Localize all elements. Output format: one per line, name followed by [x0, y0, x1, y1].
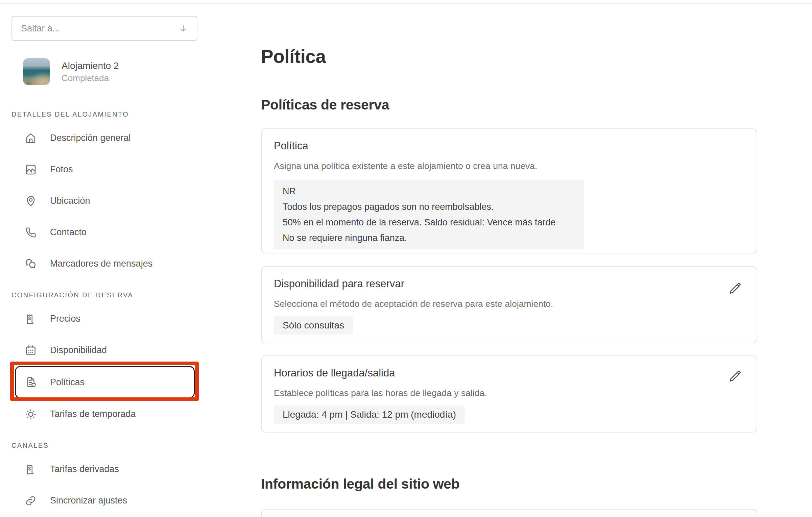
sidebar-item-contacto[interactable]: Contacto	[11, 217, 197, 248]
pencil-icon	[727, 280, 743, 296]
card-title: Disponibilidad para reservar	[274, 277, 716, 291]
home-icon	[24, 132, 37, 145]
policy-card: Política Asigna una política existente a…	[261, 128, 757, 253]
arrow-down-icon	[178, 23, 189, 34]
sidebar-item-label: Marcadores de mensajes	[50, 258, 152, 269]
legal-card-partial	[261, 509, 757, 517]
chat-bubbles-icon	[24, 257, 37, 270]
sidebar-item-marcadores-de-mensajes[interactable]: Marcadores de mensajes	[11, 248, 197, 279]
sidebar-item-fotos[interactable]: Fotos	[11, 154, 197, 185]
sidebar-item-label: Contacto	[50, 227, 87, 238]
policy-line: 50% en el momento de la reserva. Saldo r…	[283, 215, 575, 230]
section-title-booking: Políticas de reserva	[261, 97, 757, 113]
sidebar-item-tarifas-derivadas[interactable]: $ Tarifas derivadas	[11, 453, 197, 485]
sidebar-nav-canales: $ Tarifas derivadas Sincronizar ajustes	[11, 453, 197, 516]
card-title: Horarios de llegada/salida	[274, 366, 716, 380]
link-icon	[24, 494, 37, 507]
policy-summary: NR Todos los prepagos pagados son no ree…	[274, 180, 584, 249]
document-shield-icon	[24, 376, 37, 389]
property-card[interactable]: Alojamiento 2 Completada	[23, 58, 197, 85]
jump-to-placeholder: Saltar a...	[21, 23, 60, 34]
phone-icon	[24, 226, 37, 239]
photo-icon	[24, 163, 37, 176]
sidebar-item-label: Disponibilidad	[50, 345, 107, 355]
edit-button[interactable]	[727, 280, 743, 296]
sidebar: Saltar a... Alojamiento 2 Completada DET…	[11, 16, 197, 516]
jump-to-select[interactable]: Saltar a...	[11, 16, 197, 41]
sidebar-item-label: Precios	[50, 314, 80, 324]
sidebar-item-label: Tarifas de temporada	[50, 409, 136, 419]
property-thumbnail	[23, 58, 50, 85]
svg-text:$: $	[28, 466, 31, 471]
sun-icon	[24, 408, 37, 421]
checkin-checkout-value-chip: Llegada: 4 pm | Salida: 12 pm (mediodía)	[274, 405, 465, 424]
sidebar-item-label: Descripción general	[50, 133, 131, 143]
section-header-configuracion: CONFIGURACIÓN DE RESERVA	[11, 291, 197, 299]
card-title: Política	[274, 139, 716, 153]
policy-line: NR	[283, 183, 575, 199]
sidebar-item-label: Ubicación	[50, 196, 90, 206]
svg-text:$: $	[28, 315, 31, 321]
highlight-annotation	[10, 362, 199, 401]
sidebar-item-ubicacion[interactable]: Ubicación	[11, 185, 197, 217]
availability-card: Disponibilidad para reservar Selecciona …	[261, 266, 757, 343]
sidebar-item-politicas[interactable]: Políticas	[15, 366, 195, 398]
receipt-icon: $	[24, 313, 37, 325]
sidebar-nav-configuracion: $ Precios Disponibilidad	[11, 303, 197, 430]
sidebar-item-label: Tarifas derivadas	[50, 464, 119, 474]
checkin-checkout-card: Horarios de llegada/salida Establece pol…	[261, 355, 757, 433]
property-info: Alojamiento 2 Completada	[62, 60, 119, 83]
section-header-detalles: DETALLES DEL ALOJAMIENTO	[11, 110, 197, 119]
calendar-icon	[24, 344, 37, 357]
sidebar-item-label: Fotos	[50, 164, 73, 175]
sidebar-item-tarifas-de-temporada[interactable]: Tarifas de temporada	[11, 398, 197, 430]
sidebar-item-sincronizar-ajustes[interactable]: Sincronizar ajustes	[11, 485, 197, 516]
policy-line: Todos los prepagos pagados son no reembo…	[283, 199, 575, 215]
page-title: Política	[261, 46, 757, 67]
receipt-icon: $	[24, 463, 37, 476]
policy-line: No se requiere ninguna fianza.	[283, 230, 575, 246]
sidebar-nav-detalles: Descripción general Fotos	[11, 122, 197, 279]
location-pin-icon	[24, 195, 37, 207]
pencil-icon	[727, 368, 743, 384]
sidebar-item-precios[interactable]: $ Precios	[11, 303, 197, 335]
sidebar-item-label: Sincronizar ajustes	[50, 495, 127, 506]
availability-value-chip: Sólo consultas	[274, 316, 353, 335]
sidebar-item-label: Políticas	[50, 377, 85, 388]
sidebar-item-descripcion-general[interactable]: Descripción general	[11, 122, 197, 154]
card-description: Selecciona el método de aceptación de re…	[274, 298, 716, 310]
card-description: Establece políticas para las horas de ll…	[274, 387, 716, 399]
main-content: Política Políticas de reserva Política A…	[261, 0, 757, 517]
section-title-legal: Información legal del sitio web	[261, 476, 757, 492]
edit-button[interactable]	[727, 368, 743, 384]
app-window: Saltar a... Alojamiento 2 Completada DET…	[0, 0, 812, 517]
card-description: Asigna una política existente a este alo…	[274, 160, 716, 172]
sidebar-item-disponibilidad[interactable]: Disponibilidad	[11, 335, 197, 366]
section-header-canales: CANALES	[11, 441, 197, 450]
property-name: Alojamiento 2	[62, 60, 119, 72]
property-status: Completada	[62, 73, 119, 83]
